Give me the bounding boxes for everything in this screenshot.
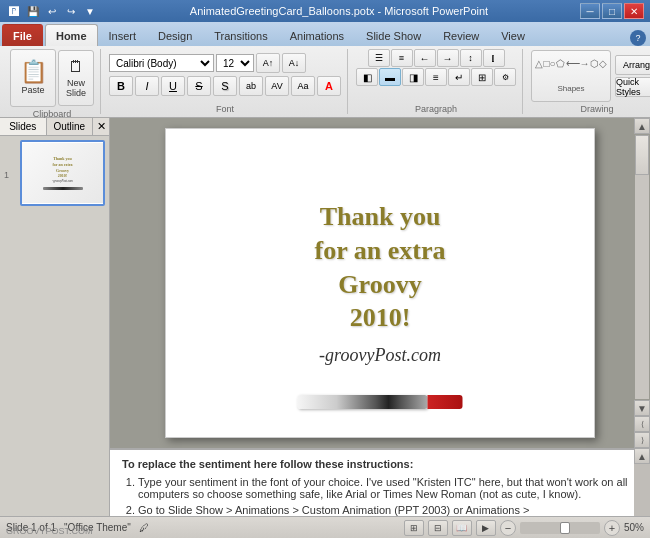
window-controls[interactable]: ─ □ ✕	[580, 3, 644, 19]
redo-quick-btn[interactable]: ↪	[63, 3, 79, 19]
bullets-btn[interactable]: ☰	[368, 49, 390, 67]
watermark: GROOVYPOST.COM	[6, 526, 93, 536]
status-bar: Slide 1 of 1 "Office Theme" 🖊 ⊞ ⊟ 📖 ▶ − …	[0, 516, 650, 538]
slide-thumbnail-1[interactable]: Thank youfor an extraGroovy2010! -groovy…	[20, 140, 105, 206]
save-quick-btn[interactable]: 💾	[25, 3, 41, 19]
decrease-indent-btn[interactable]: ←	[414, 49, 436, 67]
align-center-btn[interactable]: ▬	[379, 68, 401, 86]
prev-slide-btn[interactable]: ⟨	[634, 416, 650, 432]
strikethrough-btn[interactable]: S	[187, 76, 211, 96]
quick-access-toolbar: 🅿 💾 ↩ ↪ ▼	[6, 3, 98, 19]
status-language: 🖊	[139, 522, 149, 533]
tab-slideshow[interactable]: Slide Show	[355, 24, 432, 46]
align-text-btn[interactable]: ⊞	[471, 68, 493, 86]
tab-insert[interactable]: Insert	[98, 24, 148, 46]
pen-object	[298, 395, 463, 409]
left-scroll	[110, 118, 126, 448]
zoom-slider[interactable]	[520, 522, 600, 534]
zoom-out-btn[interactable]: −	[500, 520, 516, 536]
font-size-select[interactable]: 12	[216, 54, 254, 72]
numbering-btn[interactable]: ≡	[391, 49, 413, 67]
next-slide-btn[interactable]: ⟩	[634, 432, 650, 448]
zoom-in-btn[interactable]: +	[604, 520, 620, 536]
scroll-down-btn[interactable]: ▼	[634, 400, 650, 416]
reading-view-btn[interactable]: 📖	[452, 520, 472, 536]
bold-btn[interactable]: B	[109, 76, 133, 96]
close-btn[interactable]: ✕	[624, 3, 644, 19]
para-row-2: ◧ ▬ ◨ ≡ ↵ ⊞ ⚙	[356, 68, 516, 86]
slideshow-btn[interactable]: ▶	[476, 520, 496, 536]
slide-text-main: Thank you for an extra Groovy 2010!	[315, 200, 446, 335]
slide-thumb-content: Thank youfor an extraGroovy2010! -groovy…	[22, 143, 103, 203]
shadow-btn[interactable]: S	[213, 76, 237, 96]
notes-list: Type your sentiment in the font of your …	[122, 476, 638, 516]
char-spacing-btn[interactable]: AV	[265, 76, 289, 96]
drawing-group: △□○⬠ ⟵→⬡◇ Shapes Arrange Quick Styles Dr…	[525, 49, 650, 114]
title-bar: 🅿 💾 ↩ ↪ ▼ AnimatedGreetingCard_Balloons.…	[0, 0, 650, 22]
panel-close-btn[interactable]: ✕	[93, 118, 109, 135]
undo-quick-btn[interactable]: ↩	[44, 3, 60, 19]
ribbon-tabs: File Home Insert Design Transitions Anim…	[0, 22, 650, 46]
normal-view-btn[interactable]: ⊞	[404, 520, 424, 536]
notes-scroll-up[interactable]: ▲	[634, 448, 650, 464]
tab-review[interactable]: Review	[432, 24, 490, 46]
customize-quick-btn[interactable]: ▼	[82, 3, 98, 19]
align-right-btn[interactable]: ◨	[402, 68, 424, 86]
scroll-thumb[interactable]	[635, 135, 649, 175]
slide-card-content: Thank you for an extra Groovy 2010! -gro…	[295, 180, 466, 386]
text-direction-btn[interactable]: ↵	[448, 68, 470, 86]
underline-btn[interactable]: U	[161, 76, 185, 96]
notes-item-1: Type your sentiment in the font of your …	[138, 476, 638, 500]
window-title: AnimatedGreetingCard_Balloons.potx - Mic…	[98, 5, 580, 17]
change-case-btn[interactable]: Aa	[291, 76, 315, 96]
decrease-font-btn[interactable]: A↓	[282, 53, 306, 73]
increase-indent-btn[interactable]: →	[437, 49, 459, 67]
shapes-palette[interactable]: △□○⬠ ⟵→⬡◇ Shapes	[531, 50, 611, 102]
justify-btn[interactable]: ≡	[425, 68, 447, 86]
tab-file[interactable]: File	[2, 24, 43, 46]
paragraph-group: ☰ ≡ ← → ↕ ⫿ ◧ ▬ ◨ ≡ ↵ ⊞ ⚙ Paragraph	[350, 49, 523, 114]
slides-tabs: Slides Outline ✕	[0, 118, 109, 136]
columns-btn[interactable]: ⫿	[483, 49, 505, 67]
clear-format-btn[interactable]: ab	[239, 76, 263, 96]
font-name-select[interactable]: Calibri (Body)	[109, 54, 214, 72]
tab-view[interactable]: View	[490, 24, 536, 46]
new-slide-button[interactable]: 🗒 New Slide	[58, 50, 94, 106]
tab-transitions[interactable]: Transitions	[203, 24, 278, 46]
app-body: Slides Outline ✕ 1 Thank youfor an extra…	[0, 118, 650, 516]
restore-btn[interactable]: □	[602, 3, 622, 19]
slide-sorter-btn[interactable]: ⊟	[428, 520, 448, 536]
italic-btn[interactable]: I	[135, 76, 159, 96]
tab-home[interactable]: Home	[45, 24, 98, 46]
paragraph-controls: ☰ ≡ ← → ↕ ⫿ ◧ ▬ ◨ ≡ ↵ ⊞ ⚙	[356, 49, 516, 102]
pen-body	[298, 395, 428, 409]
notes-instruction: To replace the sentiment here follow the…	[122, 458, 638, 470]
tab-animations[interactable]: Animations	[279, 24, 355, 46]
quick-styles-btn[interactable]: Quick Styles	[615, 77, 650, 97]
minimize-btn[interactable]: ─	[580, 3, 600, 19]
new-slide-btn-group: 🗒 New Slide	[58, 50, 94, 106]
slides-tab[interactable]: Slides	[0, 118, 47, 135]
outline-tab[interactable]: Outline	[47, 118, 94, 135]
main-area: Thank you for an extra Groovy 2010! -gro…	[110, 118, 650, 516]
align-left-btn[interactable]: ◧	[356, 68, 378, 86]
tab-design[interactable]: Design	[147, 24, 203, 46]
thumb-text: Thank youfor an extraGroovy2010!	[52, 156, 72, 178]
scroll-up-btn[interactable]: ▲	[634, 118, 650, 134]
line-spacing-btn[interactable]: ↕	[460, 49, 482, 67]
drawing-group-label: Drawing	[580, 102, 613, 114]
thumb-sig: -groovyPost.com	[52, 179, 72, 183]
arrange-btn[interactable]: Arrange	[615, 55, 650, 75]
increase-font-btn[interactable]: A↑	[256, 53, 280, 73]
font-color-btn[interactable]: A	[317, 76, 341, 96]
pen-cap	[428, 395, 463, 409]
help-btn[interactable]: ?	[630, 30, 646, 46]
right-scrollbar: ▲ ▼ ⟨ ⟩	[634, 118, 650, 448]
slide-card[interactable]: Thank you for an extra Groovy 2010! -gro…	[165, 128, 595, 438]
convert-smartart-btn[interactable]: ⚙	[494, 68, 516, 86]
paste-button[interactable]: 📋 Paste	[10, 49, 56, 107]
slides-panel: Slides Outline ✕ 1 Thank youfor an extra…	[0, 118, 110, 516]
paragraph-group-label: Paragraph	[415, 102, 457, 114]
status-right: ⊞ ⊟ 📖 ▶ − + 50%	[404, 520, 644, 536]
font-group-label: Font	[216, 102, 234, 114]
